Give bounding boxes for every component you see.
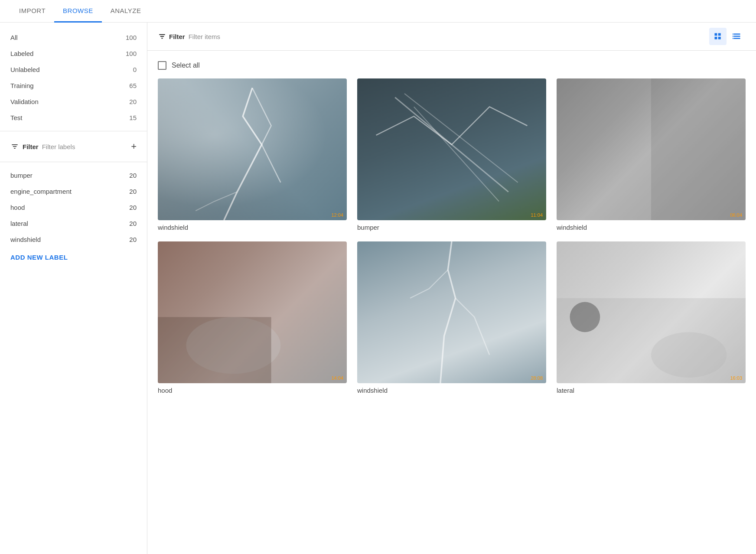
main-layout: All 100 Labeled 100 Unlabeled 0 Training… xyxy=(0,23,756,554)
image-card-3[interactable]: 06:04 windshield xyxy=(557,78,746,231)
sidebar-count-validation: 20 xyxy=(129,98,137,105)
add-new-label-button[interactable]: ADD NEW LABEL xyxy=(0,248,147,267)
select-all-checkbox[interactable] xyxy=(158,61,166,70)
label-filter-row: Filter Filter labels + xyxy=(0,137,147,156)
label-count-lateral: 20 xyxy=(129,220,137,227)
image-wrapper-5: 28:08 xyxy=(357,241,546,383)
image-content-area: Select all 12:04 windshield xyxy=(147,51,756,554)
top-navigation: IMPORT BROWSE ANALYZE xyxy=(0,0,756,23)
sidebar-item-test[interactable]: Test 15 xyxy=(10,110,137,126)
sidebar-count-test: 15 xyxy=(129,114,137,121)
main-filter-button[interactable]: Filter xyxy=(158,32,185,41)
sidebar-item-unlabeled[interactable]: Unlabeled 0 xyxy=(10,62,137,78)
image-card-5[interactable]: 28:08 windshield xyxy=(357,241,546,394)
sidebar: All 100 Labeled 100 Unlabeled 0 Training… xyxy=(0,23,147,554)
image-wrapper-6: 16:03 xyxy=(557,241,746,383)
tab-analyze[interactable]: ANALYZE xyxy=(102,0,150,23)
svg-rect-23 xyxy=(557,298,746,383)
svg-rect-7 xyxy=(718,33,721,36)
view-toggle xyxy=(709,28,746,45)
image-label-1: windshield xyxy=(158,224,347,231)
list-view-icon xyxy=(733,32,741,41)
category-section: All 100 Labeled 100 Unlabeled 0 Training… xyxy=(0,29,147,126)
select-all-row: Select all xyxy=(158,61,746,70)
tab-browse[interactable]: BROWSE xyxy=(54,0,102,23)
image-label-4: hood xyxy=(158,387,347,394)
image-card-1[interactable]: 12:04 windshield xyxy=(158,78,347,231)
scratch-overlay-2 xyxy=(357,78,546,220)
grid-view-icon xyxy=(714,32,722,41)
sidebar-count-labeled: 100 xyxy=(126,50,137,57)
select-all-label: Select all xyxy=(172,62,200,69)
image-card-2[interactable]: 11:04 bumper xyxy=(357,78,546,231)
sidebar-divider-2 xyxy=(0,162,147,162)
sidebar-label-hood[interactable]: hood 20 xyxy=(0,199,147,215)
sidebar-label-all: All xyxy=(10,34,18,41)
image-label-6: lateral xyxy=(557,387,746,394)
svg-line-18 xyxy=(414,107,499,201)
svg-rect-20 xyxy=(651,78,746,220)
timestamp-1: 12:04 xyxy=(331,212,343,218)
svg-rect-8 xyxy=(715,37,717,39)
image-card-6[interactable]: 16:03 lateral xyxy=(557,241,746,394)
sidebar-count-training: 65 xyxy=(129,82,137,89)
timestamp-4: 14:04 xyxy=(331,375,343,381)
svg-rect-9 xyxy=(718,37,721,39)
add-label-icon[interactable]: + xyxy=(131,141,137,152)
svg-rect-11 xyxy=(734,36,740,37)
sidebar-label-training: Training xyxy=(10,82,34,89)
overlay-4 xyxy=(158,241,347,383)
sidebar-label-lateral[interactable]: lateral 20 xyxy=(0,215,147,231)
main-content: Filter Filter items xyxy=(147,23,756,554)
svg-rect-6 xyxy=(715,33,717,36)
sidebar-label-engine[interactable]: engine_compartment 20 xyxy=(0,183,147,199)
timestamp-3: 06:04 xyxy=(730,212,742,218)
sidebar-label-bumper[interactable]: bumper 20 xyxy=(0,167,147,183)
crack-overlay-5 xyxy=(357,241,546,383)
svg-rect-19 xyxy=(557,78,746,220)
image-card-4[interactable]: 14:04 hood xyxy=(158,241,347,394)
label-count-bumper: 20 xyxy=(129,172,137,179)
overlay-6 xyxy=(557,241,746,383)
label-name-lateral: lateral xyxy=(10,220,28,227)
sidebar-item-training[interactable]: Training 65 xyxy=(10,78,137,94)
image-label-2: bumper xyxy=(357,224,546,231)
image-wrapper-3: 06:04 xyxy=(557,78,746,220)
sidebar-item-validation[interactable]: Validation 20 xyxy=(10,94,137,110)
label-name-windshield: windshield xyxy=(10,236,41,243)
sidebar-label-labeled: Labeled xyxy=(10,50,33,57)
timestamp-2: 11:04 xyxy=(531,212,543,218)
svg-rect-22 xyxy=(158,317,271,383)
label-count-hood: 20 xyxy=(129,204,137,211)
tab-import[interactable]: IMPORT xyxy=(10,0,54,23)
filter-bar: Filter Filter items xyxy=(147,23,756,51)
crack-overlay-1 xyxy=(158,78,347,220)
sidebar-label-test: Test xyxy=(10,114,23,121)
label-name-bumper: bumper xyxy=(10,172,33,179)
grid-view-button[interactable] xyxy=(709,28,727,45)
sidebar-item-all[interactable]: All 100 xyxy=(10,29,137,46)
image-wrapper-4: 14:04 xyxy=(158,241,347,383)
sidebar-label-windshield[interactable]: windshield 20 xyxy=(0,231,147,248)
main-filter-placeholder: Filter items xyxy=(189,33,706,40)
image-wrapper-2: 11:04 xyxy=(357,78,546,220)
image-label-5: windshield xyxy=(357,387,546,394)
sidebar-label-validation: Validation xyxy=(10,98,39,105)
svg-rect-15 xyxy=(733,38,733,39)
overlay-3 xyxy=(557,78,746,220)
svg-point-24 xyxy=(651,332,727,378)
svg-line-16 xyxy=(395,98,508,192)
sidebar-item-labeled[interactable]: Labeled 100 xyxy=(10,46,137,62)
label-filter-label: Filter xyxy=(23,143,39,150)
timestamp-5: 28:08 xyxy=(531,375,543,381)
sidebar-label-unlabeled: Unlabeled xyxy=(10,66,40,73)
svg-line-17 xyxy=(404,94,518,182)
label-name-hood: hood xyxy=(10,204,25,211)
main-filter-icon xyxy=(158,32,166,41)
label-count-engine: 20 xyxy=(129,188,137,195)
list-view-button[interactable] xyxy=(728,28,746,45)
svg-rect-13 xyxy=(733,33,733,35)
filter-icon xyxy=(10,142,19,151)
label-count-windshield: 20 xyxy=(129,236,137,243)
sidebar-count-unlabeled: 0 xyxy=(133,66,137,73)
